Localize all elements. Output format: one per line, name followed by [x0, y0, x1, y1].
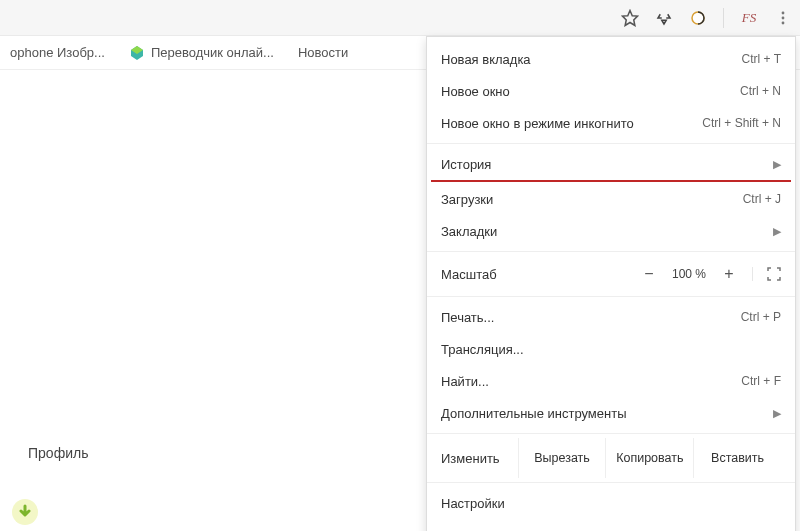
star-icon[interactable] — [621, 9, 639, 27]
menu-label: Загрузки — [441, 192, 493, 207]
menu-label: Справка — [441, 528, 492, 532]
menu-label: Масштаб — [441, 267, 497, 282]
zoom-out-button[interactable]: − — [640, 265, 658, 283]
menu-shortcut: Ctrl + J — [743, 192, 781, 206]
menu-new-incognito[interactable]: Новое окно в режиме инкогнито Ctrl + Shi… — [427, 107, 795, 139]
menu-label: Новая вкладка — [441, 52, 531, 67]
menu-label: Изменить — [441, 451, 518, 466]
menu-cast[interactable]: Трансляция... — [427, 333, 795, 365]
menu-more-tools[interactable]: Дополнительные инструменты ▶ — [427, 397, 795, 429]
menu-divider — [427, 251, 795, 252]
address-bar: FS — [0, 0, 800, 36]
profile-heading: Профиль — [28, 445, 88, 461]
menu-history[interactable]: История ▶ — [427, 148, 795, 180]
menu-label: Новое окно в режиме инкогнито — [441, 116, 634, 131]
menu-label: Настройки — [441, 496, 505, 511]
bookmark-label: Переводчик онлай... — [151, 45, 274, 60]
menu-divider — [427, 433, 795, 434]
chevron-right-icon: ▶ — [773, 407, 781, 420]
menu-bookmarks[interactable]: Закладки ▶ — [427, 215, 795, 247]
menu-edit-row: Изменить Вырезать Копировать Вставить — [427, 438, 795, 478]
menu-label: Трансляция... — [441, 342, 524, 357]
menu-shortcut: Ctrl + F — [741, 374, 781, 388]
fullscreen-button[interactable] — [752, 267, 781, 281]
svg-marker-0 — [623, 10, 638, 25]
menu-label: Печать... — [441, 310, 494, 325]
menu-zoom: Масштаб − 100 % + — [427, 256, 795, 292]
history-highlight-underline — [431, 180, 791, 182]
menu-label: Новое окно — [441, 84, 510, 99]
menu-label: История — [441, 157, 491, 172]
edit-paste-button[interactable]: Вставить — [693, 438, 781, 478]
recycle-icon[interactable] — [655, 9, 673, 27]
zoom-value: 100 % — [672, 267, 706, 281]
zoom-in-button[interactable]: + — [720, 265, 738, 283]
menu-shortcut: Ctrl + N — [740, 84, 781, 98]
menu-shortcut: Ctrl + Shift + N — [702, 116, 781, 130]
fs-extension-icon[interactable]: FS — [740, 9, 758, 27]
edit-cut-button[interactable]: Вырезать — [518, 438, 606, 478]
menu-new-window[interactable]: Новое окно Ctrl + N — [427, 75, 795, 107]
bookmark-item[interactable]: Переводчик онлай... — [129, 45, 274, 61]
bookmark-label: Новости — [298, 45, 348, 60]
menu-find[interactable]: Найти... Ctrl + F — [427, 365, 795, 397]
menu-help[interactable]: Справка ▶ — [427, 519, 795, 531]
chrome-main-menu: Новая вкладка Ctrl + T Новое окно Ctrl +… — [426, 36, 796, 531]
menu-label: Дополнительные инструменты — [441, 406, 627, 421]
svg-point-4 — [782, 21, 785, 24]
bookmark-label: ophone Изобр... — [10, 45, 105, 60]
download-arrow-icon[interactable] — [12, 499, 38, 525]
menu-divider — [427, 296, 795, 297]
svg-point-2 — [782, 11, 785, 14]
menu-print[interactable]: Печать... Ctrl + P — [427, 301, 795, 333]
menu-divider — [427, 482, 795, 483]
edit-copy-button[interactable]: Копировать — [605, 438, 693, 478]
bookmark-item[interactable]: ophone Изобр... — [10, 45, 105, 60]
translate-favicon-icon — [129, 45, 145, 61]
menu-label: Закладки — [441, 224, 497, 239]
menu-downloads[interactable]: Загрузки Ctrl + J — [427, 183, 795, 215]
swirl-extension-icon[interactable] — [689, 9, 707, 27]
menu-settings[interactable]: Настройки — [427, 487, 795, 519]
chevron-right-icon: ▶ — [773, 158, 781, 171]
chevron-right-icon: ▶ — [773, 225, 781, 238]
toolbar-separator — [723, 8, 724, 28]
menu-divider — [427, 143, 795, 144]
chrome-menu-button[interactable] — [774, 9, 792, 27]
svg-point-3 — [782, 16, 785, 19]
menu-new-tab[interactable]: Новая вкладка Ctrl + T — [427, 43, 795, 75]
menu-shortcut: Ctrl + T — [742, 52, 781, 66]
menu-label: Найти... — [441, 374, 489, 389]
menu-shortcut: Ctrl + P — [741, 310, 781, 324]
bookmark-item[interactable]: Новости — [298, 45, 348, 60]
